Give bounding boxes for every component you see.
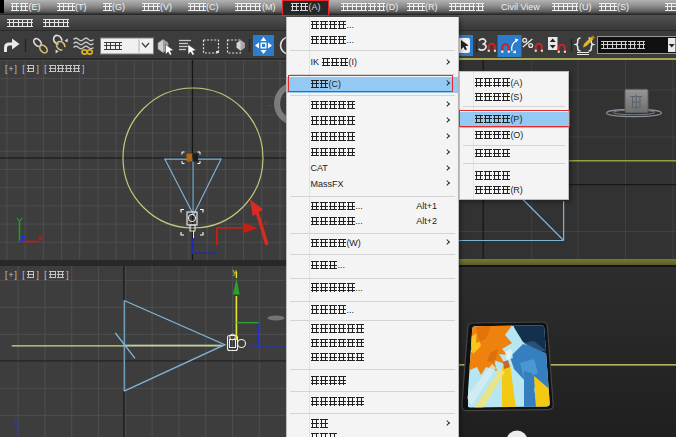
svg-text:..: .. — [268, 101, 272, 107]
svg-text:z: z — [14, 416, 18, 425]
svg-text:y: y — [233, 267, 237, 276]
